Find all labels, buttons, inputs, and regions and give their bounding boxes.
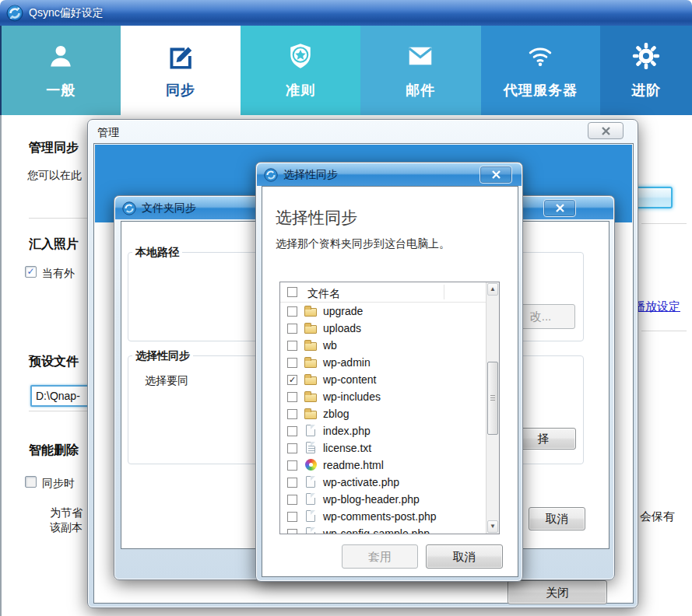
file-glyph xyxy=(306,425,315,436)
import-photo-checkbox[interactable]: ✓ xyxy=(25,266,37,278)
folder-icon xyxy=(304,305,318,317)
list-item[interactable]: ✓license.txt xyxy=(280,439,486,457)
tab-sync[interactable]: 同步 xyxy=(121,26,241,115)
selective-sync-description: 选择那个资料夹同步到这台电脑上。 xyxy=(276,237,450,251)
qsync-app-icon xyxy=(6,5,23,22)
tab-rules[interactable]: 准则 xyxy=(241,26,360,115)
folder-icon xyxy=(304,339,318,352)
folder-cancel-button[interactable]: 取消 xyxy=(529,507,585,530)
selective-sync-dialog: 选择性同步 选择性同步 选择那个资料夹同步到这台电脑上。 ✓ 文件名 ✓upgr… xyxy=(255,162,523,582)
row-checkbox[interactable]: ✓ xyxy=(287,529,297,535)
row-checkbox[interactable]: ✓ xyxy=(287,409,297,419)
scroll-up-icon[interactable]: ▲ xyxy=(487,283,498,296)
tab-proxy[interactable]: 代理服务器 xyxy=(481,26,601,115)
scroll-down-icon[interactable]: ▼ xyxy=(487,520,498,533)
file-icon xyxy=(304,510,318,523)
file-name: wp-activate.php xyxy=(323,476,399,488)
list-item[interactable]: ✓wp-admin xyxy=(280,354,486,371)
row-checkbox[interactable]: ✓ xyxy=(287,324,297,334)
row-checkbox[interactable]: ✓ xyxy=(287,341,297,351)
folder-icon xyxy=(304,390,318,403)
row-checkbox[interactable]: ✓ xyxy=(287,358,297,368)
tab-label: 一般 xyxy=(46,81,76,100)
row-checkbox[interactable]: ✓ xyxy=(287,478,297,488)
file-icon xyxy=(304,527,318,534)
list-item[interactable]: ✓zblog xyxy=(280,405,486,422)
list-item[interactable]: ✓uploads xyxy=(280,320,486,337)
file-glyph xyxy=(306,510,315,522)
tab-advanced[interactable]: 进阶 xyxy=(600,26,692,115)
list-item[interactable]: ✓readme.html xyxy=(280,457,486,474)
folder-glyph xyxy=(304,342,317,351)
folder-glyph xyxy=(304,376,317,385)
folder-icon xyxy=(304,408,318,420)
folder-glyph xyxy=(304,325,317,334)
note-line1: 为节省 xyxy=(50,506,83,520)
column-divider xyxy=(444,285,444,299)
file-name: readme.html xyxy=(323,459,384,471)
close-icon[interactable] xyxy=(479,166,512,184)
close-button[interactable]: 关闭 xyxy=(508,580,607,604)
list-item[interactable]: ✓wp-comments-post.php xyxy=(280,508,486,525)
default-folder-heading: 预设文件 xyxy=(29,354,79,370)
divider xyxy=(29,218,95,219)
row-checkbox-checked[interactable]: ✓ xyxy=(287,375,297,385)
nav-tabs: 一般 同步 准则 邮件 代理服务器 xyxy=(0,26,692,115)
folder-icon xyxy=(304,373,318,386)
html-icon xyxy=(304,459,318,471)
divider xyxy=(29,411,95,411)
list-item[interactable]: ✓upgrade xyxy=(280,303,486,320)
folder-icon xyxy=(304,356,318,369)
list-item[interactable]: ✓index.php xyxy=(280,422,486,439)
folder-glyph xyxy=(304,411,317,419)
row-checkbox[interactable]: ✓ xyxy=(287,512,297,522)
folder-icon xyxy=(304,322,318,334)
file-name: wp-includes xyxy=(323,390,381,403)
window-titlebar[interactable]: Qsync偏好设定 xyxy=(0,0,692,26)
tab-mail[interactable]: 邮件 xyxy=(360,26,481,115)
txt-glyph xyxy=(306,442,315,453)
select-all-checkbox[interactable]: ✓ xyxy=(287,287,297,297)
list-item[interactable]: ✓wp-blog-header.php xyxy=(280,491,486,508)
list-item[interactable]: ✓wp-includes xyxy=(280,388,486,405)
scrollbar[interactable]: ▲ ▼ xyxy=(486,282,499,534)
manage-dialog-title: 管理 xyxy=(97,126,119,140)
tab-label: 代理服务器 xyxy=(504,81,578,100)
row-checkbox[interactable]: ✓ xyxy=(287,392,297,402)
row-checkbox[interactable]: ✓ xyxy=(287,306,297,317)
apply-button[interactable]: 套用 xyxy=(342,544,418,569)
close-icon[interactable] xyxy=(543,199,576,217)
import-photo-heading: 汇入照片 xyxy=(29,236,79,253)
manage-sync-text: 您可以在此 xyxy=(27,169,82,183)
html-glyph xyxy=(305,459,317,471)
partial-text: 会保有 xyxy=(640,509,675,524)
row-checkbox[interactable]: ✓ xyxy=(287,460,297,471)
qsync-preferences-window: Qsync偏好设定 一般 同步 准则 邮件 xyxy=(0,0,692,616)
row-checkbox[interactable]: ✓ xyxy=(287,426,297,436)
selective-sync-title: 选择性同步 xyxy=(283,168,338,182)
list-item[interactable]: ✓wp-content xyxy=(280,371,486,388)
row-checkbox[interactable]: ✓ xyxy=(287,443,297,453)
file-listbox: ✓ 文件名 ✓upgrade✓uploads✓wb✓wp-admin✓wp-co… xyxy=(279,282,500,534)
mail-icon xyxy=(406,42,434,70)
list-item[interactable]: ✓wp-activate.php xyxy=(280,474,486,491)
cancel-button[interactable]: 取消 xyxy=(426,544,503,569)
tab-general[interactable]: 一般 xyxy=(2,26,121,115)
smart-delete-heading: 智能删除 xyxy=(29,443,79,459)
close-icon[interactable] xyxy=(588,122,624,139)
scrollbar-thumb[interactable] xyxy=(487,362,498,435)
row-checkbox[interactable]: ✓ xyxy=(287,495,297,505)
file-name: uploads xyxy=(323,322,361,334)
list-item[interactable]: ✓wp-config-sample.php xyxy=(280,525,486,534)
folder-sync-title: 文件夹同步 xyxy=(142,201,196,215)
file-glyph xyxy=(306,527,315,534)
playback-settings-link[interactable]: 播放设定 xyxy=(634,299,680,314)
note-line2: 该副本 xyxy=(50,521,83,535)
folder-glyph xyxy=(304,359,317,368)
qsync-dialog-icon xyxy=(122,201,136,215)
file-name: wp-config-sample.php xyxy=(323,527,430,534)
smart-delete-checkbox[interactable]: ✓ xyxy=(25,476,37,488)
list-item[interactable]: ✓wb xyxy=(280,337,486,354)
divider xyxy=(641,331,687,331)
tab-label: 邮件 xyxy=(406,81,435,100)
